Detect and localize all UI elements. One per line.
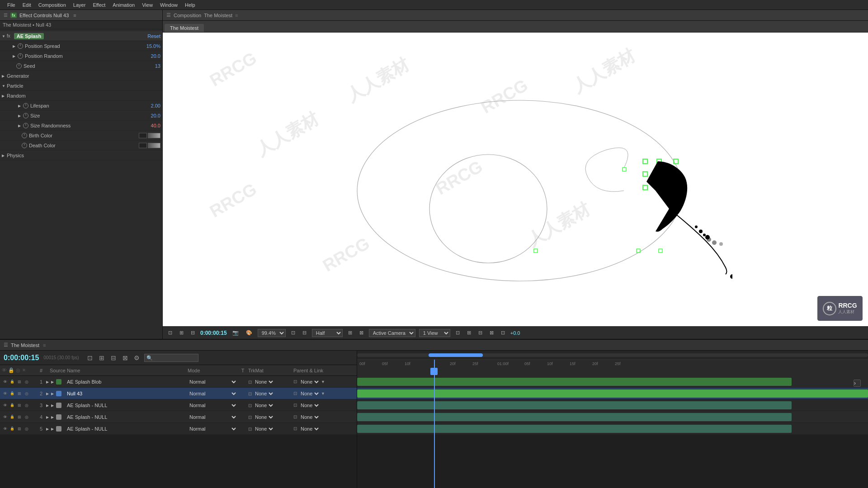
size-row[interactable]: Size 20.0 — [0, 111, 162, 121]
layer-5-parent-icon[interactable]: ⊡ — [293, 426, 297, 431]
tl-btn-time-stretch[interactable]: ⊟ — [109, 353, 118, 362]
menu-help[interactable]: Help — [181, 2, 199, 8]
layer-bar-4[interactable] — [357, 413, 792, 421]
scrubber-handle[interactable] — [429, 353, 483, 357]
layer-5-solo[interactable]: ◎ — [24, 426, 30, 432]
toolbar-layer-vis-btn[interactable]: ⊞ — [465, 329, 473, 337]
layer-3-mode-select[interactable]: Normal — [188, 402, 237, 408]
lifespan-stopwatch[interactable] — [23, 103, 28, 108]
death-color-stopwatch[interactable] — [22, 143, 27, 148]
size-value[interactable]: 20.0 — [140, 113, 160, 118]
camera-select[interactable]: Active Camera — [369, 329, 415, 337]
scroll-arrow-right[interactable]: › — [854, 380, 861, 387]
menu-effect[interactable]: Effect — [89, 2, 109, 8]
size-stopwatch[interactable] — [23, 113, 28, 118]
menu-window[interactable]: Window — [156, 2, 181, 8]
layer-3-collapse[interactable]: ⊞ — [16, 402, 23, 408]
layer-4-collapse[interactable]: ⊞ — [16, 414, 23, 420]
layer-4-trkmat-icon[interactable]: ⊡ — [248, 415, 252, 420]
toolbar-color-btn[interactable]: 🎨 — [244, 329, 254, 337]
layer-5-lock[interactable]: 🔒 — [9, 426, 15, 432]
ae-splash-group[interactable]: fx AE Splash Reset — [0, 31, 162, 41]
comp-tab-moistest[interactable]: The Moistest — [165, 24, 204, 32]
layer-2-trkmat-select[interactable]: None — [253, 390, 274, 397]
toolbar-region-btn[interactable]: ⊡ — [166, 329, 174, 337]
layer-search-input[interactable] — [144, 354, 198, 362]
birth-color-gradient[interactable] — [148, 133, 160, 138]
random-section[interactable]: Random — [0, 91, 162, 101]
seed-row[interactable]: Seed 13 — [0, 61, 162, 71]
layer-3-parent-select[interactable]: None — [299, 402, 320, 408]
tl-btn-motion[interactable]: ⊞ — [97, 353, 106, 362]
pos-spread-value[interactable]: 15.0% — [140, 43, 160, 49]
particle-section[interactable]: Particle — [0, 81, 162, 91]
layer-4-lock[interactable]: 🔒 — [9, 414, 15, 420]
layer-5-vis[interactable]: 👁 — [2, 426, 8, 432]
layer-1-parent-icon[interactable]: ⊡ — [293, 379, 297, 384]
tl-btn-attach[interactable]: ⚙ — [132, 353, 142, 362]
panel-options-icon[interactable]: ≡ — [73, 13, 76, 18]
menu-view[interactable]: View — [138, 2, 156, 8]
size-randomness-row[interactable]: Size Randomness 40.0 — [0, 121, 162, 131]
layer-bar-1[interactable] — [357, 378, 792, 386]
layer-3-vis[interactable]: 👁 — [2, 402, 8, 408]
seed-stopwatch[interactable] — [16, 63, 22, 69]
panel-menu-icon[interactable]: ☰ — [4, 13, 8, 18]
layer-5-parent-select[interactable]: None — [299, 426, 320, 432]
layer-2-expand[interactable] — [46, 392, 50, 395]
toolbar-motion-blur-btn[interactable]: ⊠ — [488, 329, 495, 337]
layer-3-expand[interactable] — [46, 404, 50, 407]
layer-bar-5[interactable] — [357, 425, 792, 433]
layer-2-trkmat-icon[interactable]: ⊡ — [248, 391, 252, 396]
size-random-stopwatch[interactable] — [23, 123, 28, 128]
quality-select[interactable]: Half Full Third Quarter — [312, 329, 343, 337]
layer-3-lock[interactable]: 🔒 — [9, 402, 15, 408]
pos-spread-stopwatch[interactable] — [18, 43, 23, 49]
timeline-tab[interactable]: The Moistest — [11, 343, 39, 348]
timeline-timecode[interactable]: 0:00:00:15 — [4, 354, 39, 362]
layer-1-expand[interactable] — [46, 380, 50, 384]
layer-1-trkmat-select[interactable]: None — [253, 379, 274, 385]
view-select[interactable]: 1 View 2 Views — [419, 329, 450, 337]
layer-1-expand2[interactable] — [51, 380, 55, 384]
toolbar-snapshot-btn[interactable]: ⊡ — [454, 329, 462, 337]
layer-3-expand2[interactable] — [51, 404, 55, 407]
size-random-value[interactable]: 40.0 — [140, 123, 160, 128]
lifespan-value[interactable]: 2.00 — [140, 103, 160, 108]
layer-bar-3[interactable] — [357, 401, 792, 409]
layer-5-expand[interactable] — [46, 427, 50, 431]
physics-section[interactable]: Physics — [0, 150, 162, 160]
position-random-row[interactable]: Position Random 20.0 — [0, 51, 162, 61]
layer-2-parent-icon[interactable]: ⊡ — [293, 391, 297, 396]
seed-value[interactable]: 13 — [140, 63, 160, 69]
layer-2-mode-select[interactable]: Normal — [188, 390, 237, 397]
reset-button[interactable]: Reset — [147, 33, 160, 39]
layer-2-lock[interactable]: 🔒 — [9, 390, 15, 397]
tl-btn-trim[interactable]: ⊠ — [121, 353, 130, 362]
layer-4-trkmat-select[interactable]: None — [253, 414, 274, 420]
death-color-gradient[interactable] — [148, 143, 160, 148]
menu-edit[interactable]: Edit — [19, 2, 35, 8]
lifespan-row[interactable]: Lifespan 2.00 — [0, 101, 162, 111]
layer-2-collapse[interactable]: ⊞ — [16, 390, 23, 397]
toolbar-render-btn[interactable]: ⊞ — [346, 329, 354, 337]
layer-1-parent-select[interactable]: None — [299, 379, 320, 385]
layer-3-trkmat-icon[interactable]: ⊡ — [248, 403, 252, 408]
toolbar-camera-btn[interactable]: 📷 — [231, 329, 241, 337]
menu-animation[interactable]: Animation — [109, 2, 138, 8]
toolbar-safe-btn[interactable]: ⊟ — [301, 329, 308, 337]
birth-color-swatch1[interactable] — [139, 133, 147, 138]
layer-4-solo[interactable]: ◎ — [24, 414, 30, 420]
layer-1-vis[interactable]: 👁 — [2, 379, 8, 385]
layer-5-mode-select[interactable]: Normal — [188, 426, 237, 432]
toolbar-3d-btn[interactable]: ⊠ — [358, 329, 365, 337]
layer-2-parent-select[interactable]: None — [299, 390, 320, 397]
layer-3-parent-icon[interactable]: ⊡ — [293, 403, 297, 408]
layer-4-parent-select[interactable]: None — [299, 414, 320, 420]
timeline-scrubber[interactable] — [357, 351, 868, 360]
layer-2-vis[interactable]: 👁 — [2, 390, 8, 397]
timeline-options-icon[interactable]: ☰ — [4, 342, 8, 348]
layer-4-vis[interactable]: 👁 — [2, 414, 8, 420]
layer-3-trkmat-select[interactable]: None — [253, 402, 274, 408]
comp-timecode[interactable]: 0:00:00:15 — [200, 330, 227, 336]
